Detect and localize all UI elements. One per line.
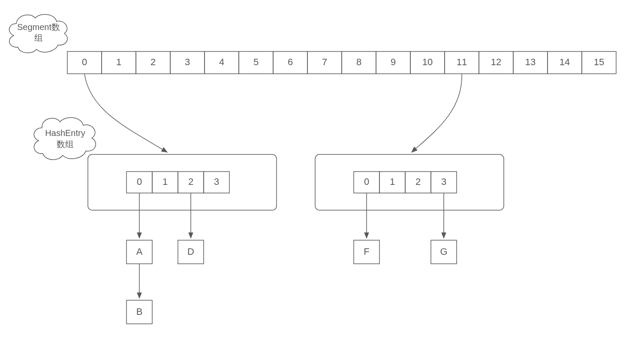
segment-cell-8: 8 xyxy=(356,57,361,67)
segment-cell-6: 6 xyxy=(288,57,293,67)
node-f-label: F xyxy=(364,246,369,257)
node-b-label: B xyxy=(136,306,143,317)
segment-cell-4: 4 xyxy=(219,57,224,67)
segment-cell-15: 15 xyxy=(594,57,604,67)
cloud-hashentry-line2: 数组 xyxy=(57,139,74,149)
hashentry-right-cell-3: 3 xyxy=(441,176,446,187)
node-d-label: D xyxy=(187,246,194,257)
hashentry-right-cell-1: 1 xyxy=(390,176,395,187)
hashentry-left-cell-0: 0 xyxy=(137,176,142,187)
cloud-hashentry-line1: HashEntry xyxy=(45,128,85,138)
hashentry-left-cell-1: 1 xyxy=(163,176,168,187)
segment-cell-14: 14 xyxy=(560,57,570,67)
segment-cell-12: 12 xyxy=(491,57,501,67)
segment-cell-9: 9 xyxy=(391,57,396,67)
hashentry-left-cell-3: 3 xyxy=(214,176,219,187)
segment-cell-2: 2 xyxy=(150,57,156,67)
segment-cell-7: 7 xyxy=(322,57,327,67)
segment-cell-3: 3 xyxy=(185,57,190,67)
hashentry-right-cell-2: 2 xyxy=(415,176,421,187)
segment-cell-10: 10 xyxy=(422,57,433,67)
node-a-label: A xyxy=(136,246,143,257)
cloud-hashentry: HashEntry 数组 xyxy=(34,118,96,160)
segment-cell-1: 1 xyxy=(116,57,121,67)
hashentry-array-left: 0 1 2 3 xyxy=(126,172,229,193)
segment-cell-13: 13 xyxy=(525,57,536,67)
hashentry-array-right: 0 1 2 3 xyxy=(354,172,457,193)
cloud-segment-line1: Segment数 xyxy=(17,22,60,32)
hashentry-container-left xyxy=(88,154,277,210)
arrow-seg0-to-left xyxy=(84,74,167,152)
hashentry-right-cell-0: 0 xyxy=(364,176,369,187)
segment-cell-0: 0 xyxy=(82,57,87,67)
node-g-label: G xyxy=(440,246,447,257)
diagram-canvas: Segment数 组 0 1 2 3 4 5 6 xyxy=(0,0,644,356)
hashentry-left-cell-2: 2 xyxy=(188,176,193,187)
segment-cell-5: 5 xyxy=(253,57,259,67)
cloud-segment: Segment数 组 xyxy=(9,15,68,53)
cloud-segment-line2: 组 xyxy=(34,33,43,42)
segment-cell-11: 11 xyxy=(457,57,467,67)
segment-array: 0 1 2 3 4 5 6 7 xyxy=(67,51,616,74)
hashentry-container-right xyxy=(315,154,504,210)
arrow-seg11-to-right xyxy=(412,74,462,152)
